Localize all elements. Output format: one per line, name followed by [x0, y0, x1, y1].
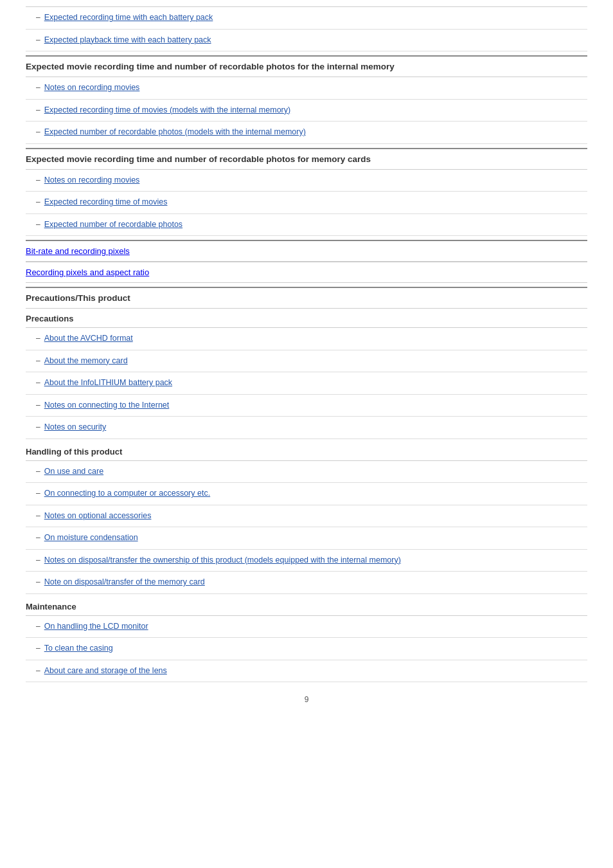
notes-recording-movies-1-link[interactable]: Notes on recording movies: [44, 82, 140, 94]
notes-disposal-transfer-link[interactable]: Notes on disposal/transfer the ownership…: [44, 555, 401, 566]
memory-cards-section: Expected movie recording time and number…: [26, 148, 587, 237]
list-item: On connecting to a computer or accessory…: [26, 483, 587, 505]
to-clean-casing-link[interactable]: To clean the casing: [44, 643, 113, 655]
internal-memory-title: Expected movie recording time and number…: [26, 57, 587, 77]
list-item: Expected playback time with each battery…: [26, 30, 587, 52]
list-item: Notes on recording movies: [26, 170, 587, 192]
page-container: Expected recording time with each batter…: [0, 0, 613, 730]
expected-number-recordable-photos-link[interactable]: Expected number of recordable photos: [44, 219, 182, 231]
list-item: Notes on disposal/transfer the ownership…: [26, 550, 587, 572]
about-memory-card-link[interactable]: About the memory card: [44, 356, 128, 367]
expected-number-recordable-internal-link[interactable]: Expected number of recordable photos (mo…: [44, 127, 306, 138]
list-item: On moisture condensation: [26, 527, 587, 550]
list-item: Expected number of recordable photos: [26, 214, 587, 237]
list-item: On use and care: [26, 461, 587, 484]
notes-connecting-internet-link[interactable]: Notes on connecting to the Internet: [44, 400, 170, 411]
list-item: Notes on optional accessories: [26, 505, 587, 528]
expected-playback-time-battery-link[interactable]: Expected playback time with each battery…: [44, 35, 211, 46]
handling-subsection-title: Handling of this product: [26, 442, 587, 461]
list-item: To clean the casing: [26, 638, 587, 660]
list-item: Notes on recording movies: [26, 77, 587, 100]
note-disposal-memory-card-link[interactable]: Note on disposal/transfer of the memory …: [44, 577, 205, 588]
on-connecting-computer-link[interactable]: On connecting to a computer or accessory…: [44, 488, 210, 500]
list-item: About the InfoLITHIUM battery pack: [26, 372, 587, 395]
on-handling-lcd-link[interactable]: On handling the LCD monitor: [44, 621, 148, 633]
bitrate-link-container: Bit-rate and recording pixels: [26, 241, 587, 262]
list-item: About the memory card: [26, 350, 587, 373]
notes-recording-movies-2-link[interactable]: Notes on recording movies: [44, 175, 140, 186]
maintenance-subsection-title: Maintenance: [26, 597, 587, 616]
top-links-section: Expected recording time with each batter…: [26, 6, 587, 51]
list-item: Notes on connecting to the Internet: [26, 395, 587, 417]
list-item: About the AVCHD format: [26, 328, 587, 350]
on-use-care-link[interactable]: On use and care: [44, 466, 103, 478]
recording-pixels-link-container: Recording pixels and aspect ratio: [26, 262, 587, 283]
list-item: Expected recording time with each batter…: [26, 7, 587, 30]
expected-recording-time-internal-link[interactable]: Expected recording time of movies (model…: [44, 105, 290, 116]
expected-recording-time-battery-link[interactable]: Expected recording time with each batter…: [44, 12, 213, 24]
expected-recording-time-movies-link[interactable]: Expected recording time of movies: [44, 197, 168, 208]
about-care-storage-lens-link[interactable]: About care and storage of the lens: [44, 665, 167, 677]
memory-cards-title: Expected movie recording time and number…: [26, 149, 587, 170]
on-moisture-condensation-link[interactable]: On moisture condensation: [44, 532, 138, 544]
about-infolithium-link[interactable]: About the InfoLITHIUM battery pack: [44, 377, 172, 389]
bitrate-section: Bit-rate and recording pixels: [26, 240, 587, 262]
recording-pixels-link[interactable]: Recording pixels and aspect ratio: [26, 267, 149, 277]
list-item: About care and storage of the lens: [26, 660, 587, 683]
about-avchd-format-link[interactable]: About the AVCHD format: [44, 333, 133, 345]
precautions-subsection-title: Precautions: [26, 309, 587, 328]
notes-security-link[interactable]: Notes on security: [44, 422, 107, 433]
page-number: 9: [26, 682, 587, 710]
precautions-this-product-title: Precautions/This product: [26, 288, 587, 309]
internal-memory-section: Expected movie recording time and number…: [26, 55, 587, 144]
list-item: Notes on security: [26, 417, 587, 439]
precautions-outer-section: Precautions/This product Precautions Abo…: [26, 287, 587, 682]
list-item: Expected recording time of movies: [26, 192, 587, 214]
list-item: Note on disposal/transfer of the memory …: [26, 572, 587, 594]
list-item: On handling the LCD monitor: [26, 616, 587, 638]
notes-optional-accessories-link[interactable]: Notes on optional accessories: [44, 511, 152, 522]
list-item: Expected recording time of movies (model…: [26, 100, 587, 122]
bitrate-link[interactable]: Bit-rate and recording pixels: [26, 246, 130, 256]
recording-pixels-section: Recording pixels and aspect ratio: [26, 262, 587, 283]
list-item: Expected number of recordable photos (mo…: [26, 122, 587, 144]
